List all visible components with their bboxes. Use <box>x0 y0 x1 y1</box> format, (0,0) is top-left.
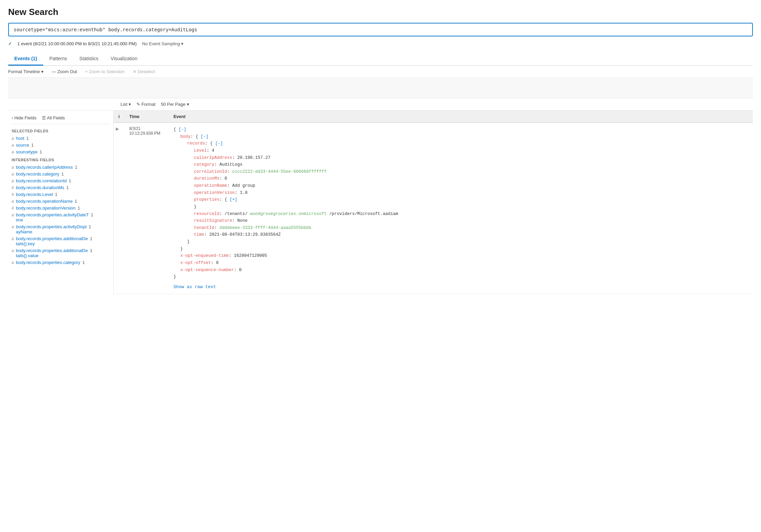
field-name-actdt[interactable]: body.records.properties.activityDateTime <box>16 212 89 222</box>
field-name-callerip[interactable]: body.records.callerIpAddress <box>16 165 73 170</box>
col-header-i: i <box>114 111 125 123</box>
interesting-fields-title: INTERESTING FIELDS <box>12 158 110 162</box>
list-button[interactable]: List ▾ <box>120 102 131 107</box>
tab-statistics[interactable]: Statistics <box>73 52 104 66</box>
field-name[interactable]: sourcetype <box>16 149 38 154</box>
col-header-event: Event <box>169 111 753 123</box>
field-count: 1 <box>91 212 93 217</box>
event-content-cell: { [-] body: { [-] records: { [-] Level: … <box>169 123 753 294</box>
event-date: 8/3/21 <box>129 126 141 131</box>
show-raw-text[interactable]: Show as raw text <box>174 283 216 290</box>
field-type: a <box>12 165 14 170</box>
field-type: a <box>12 136 14 141</box>
results-panel: i Time Event ▶ 8/3/21 10:13:29.838 PM <box>114 111 753 294</box>
field-type: # <box>12 206 14 211</box>
col-header-time: Time <box>125 111 169 123</box>
field-name-level[interactable]: body.records.Level <box>16 192 53 197</box>
field-count: 1 <box>90 248 92 253</box>
tab-visualization[interactable]: Visualization <box>104 52 143 66</box>
list-item: a body.records.operationName 1 <box>12 199 110 204</box>
page-container: New Search ✓ 1 event (8/2/21 10:00:00.00… <box>0 0 761 301</box>
all-fields-button[interactable]: ☰ All Fields <box>42 115 65 120</box>
collapse-root[interactable]: [-] <box>179 127 187 132</box>
field-name-propcat[interactable]: body.records.properties.category <box>16 260 80 265</box>
result-info: ✓ 1 event (8/2/21 10:00:00.000 PM to 8/3… <box>8 41 753 46</box>
field-name-category[interactable]: body.records.category <box>16 171 60 177</box>
hide-fields-button[interactable]: ‹ Hide Fields <box>12 115 36 120</box>
tab-events[interactable]: Events (1) <box>8 52 43 66</box>
results-table: i Time Event ▶ 8/3/21 10:13:29.838 PM <box>114 111 753 294</box>
field-name-addkey[interactable]: body.records.properties.additionalDetail… <box>16 236 88 246</box>
field-type: # <box>12 185 14 190</box>
field-type: a <box>12 172 14 177</box>
selected-fields-title: SELECTED FIELDS <box>12 129 110 133</box>
format-timeline-button[interactable]: Format Timeline ▾ <box>8 69 44 74</box>
list-item: a body.records.properties.category 1 <box>12 260 110 265</box>
list-item: a host 1 <box>12 136 110 141</box>
zoom-to-selection-button: + Zoom to Selection <box>85 69 125 74</box>
expand-arrow[interactable]: ▶ <box>114 123 125 294</box>
field-type: # <box>12 192 14 197</box>
field-count: 1 <box>39 149 42 154</box>
field-count: 1 <box>26 136 29 141</box>
table-row: ▶ 8/3/21 10:13:29.838 PM { [-] body: { [… <box>114 123 753 294</box>
field-type: a <box>12 213 14 217</box>
field-count: 1 <box>89 224 91 229</box>
list-item: a source 1 <box>12 143 110 148</box>
list-item: # body.records.durationMs 1 <box>12 185 110 190</box>
field-count: 1 <box>61 171 64 177</box>
event-time: 10:13:29.838 PM <box>129 131 160 136</box>
field-count: 1 <box>75 165 77 170</box>
field-name-opver[interactable]: body.records.operationVersion <box>16 205 76 211</box>
field-count: 1 <box>90 236 92 241</box>
per-page-button[interactable]: 50 Per Page ▾ <box>161 102 189 107</box>
field-name[interactable]: host <box>16 136 25 141</box>
search-bar-container <box>8 23 753 36</box>
sampling-button[interactable]: No Event Sampling ▾ <box>142 41 184 46</box>
list-item: a body.records.properties.activityDispla… <box>12 224 110 234</box>
list-item: a body.records.correlationId 1 <box>12 178 110 183</box>
field-count: 1 <box>31 143 34 148</box>
field-name-actdn[interactable]: body.records.properties.activityDisplayN… <box>16 224 87 234</box>
list-item: a body.records.callerIpAddress 1 <box>12 165 110 170</box>
field-count: 1 <box>66 185 69 190</box>
field-type: a <box>12 199 14 204</box>
selected-fields-list: a host 1 a source 1 a sourcetype 1 <box>12 136 110 154</box>
field-count: 1 <box>78 205 80 211</box>
field-name-addval[interactable]: body.records.properties.additionalDetail… <box>16 248 88 258</box>
search-input[interactable] <box>14 27 747 32</box>
collapse-properties[interactable]: [+] <box>230 197 238 202</box>
field-name[interactable]: source <box>16 143 29 148</box>
list-item: a body.records.properties.activityDateTi… <box>12 212 110 222</box>
result-check-icon: ✓ <box>8 41 12 46</box>
field-name-opname[interactable]: body.records.operationName <box>16 199 73 204</box>
collapse-records[interactable]: [-] <box>215 141 223 146</box>
tab-patterns[interactable]: Patterns <box>43 52 73 66</box>
event-timestamp: 8/3/21 10:13:29.838 PM <box>125 123 169 294</box>
field-count: 1 <box>55 192 58 197</box>
deselect-button: ✕ Deselect <box>133 69 155 74</box>
result-summary: 1 event (8/2/21 10:00:00.000 PM to 8/3/2… <box>17 41 137 46</box>
list-item: a body.records.properties.additionalDeta… <box>12 236 110 246</box>
field-type: a <box>12 236 14 241</box>
sidebar: ‹ Hide Fields ☰ All Fields SELECTED FIEL… <box>8 111 114 294</box>
interesting-fields-list: a body.records.callerIpAddress 1 a body.… <box>12 165 110 265</box>
list-item: a body.records.properties.additionalDeta… <box>12 248 110 258</box>
field-type: a <box>12 179 14 183</box>
collapse-body[interactable]: [-] <box>201 134 209 139</box>
main-content: ‹ Hide Fields ☰ All Fields SELECTED FIEL… <box>8 111 753 294</box>
field-count: 1 <box>69 178 71 183</box>
field-type: a <box>12 150 14 154</box>
tabs-bar: Events (1) Patterns Statistics Visualiza… <box>8 52 753 66</box>
event-content: { [-] body: { [-] records: { [-] Level: … <box>174 126 748 290</box>
field-type: a <box>12 248 14 253</box>
list-item: a body.records.category 1 <box>12 171 110 177</box>
field-name-durationms[interactable]: body.records.durationMs <box>16 185 64 190</box>
zoom-out-button[interactable]: — Zoom Out <box>52 69 77 74</box>
field-type: a <box>12 225 14 229</box>
timeline-chart-area <box>8 78 753 98</box>
list-item: # body.records.operationVersion 1 <box>12 205 110 211</box>
sidebar-controls: ‹ Hide Fields ☰ All Fields <box>12 115 110 124</box>
field-name-correlationid[interactable]: body.records.correlationId <box>16 178 67 183</box>
format-button[interactable]: ✎ Format <box>136 102 156 107</box>
